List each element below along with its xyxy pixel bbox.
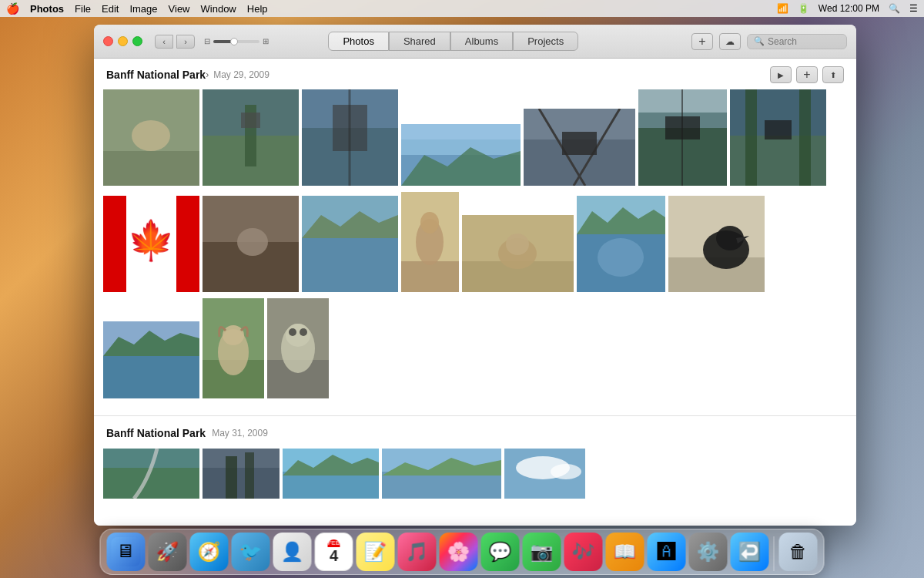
dock-launchpad[interactable]: 🚀: [149, 533, 187, 571]
dock-trash[interactable]: 🗑: [779, 533, 818, 571]
photo-lake-louise[interactable]: [302, 196, 398, 292]
dock-calendar[interactable]: FEB 4: [315, 533, 353, 571]
tab-photos[interactable]: Photos: [328, 32, 388, 51]
photo-canadian-flag[interactable]: 🍁: [103, 196, 199, 292]
dock-facetime[interactable]: 📷: [523, 533, 561, 571]
photo-dark-forest[interactable]: [203, 449, 280, 499]
photo-sky-clouds-svg: [504, 449, 585, 499]
search-bar[interactable]: 🔍: [747, 34, 847, 49]
tab-albums[interactable]: Albums: [450, 32, 513, 51]
photo-goat-svg: [103, 89, 199, 186]
svg-text:🍁: 🍁: [127, 217, 176, 264]
dock-itunes[interactable]: 🎵: [398, 533, 437, 571]
photo-mountain-pano-svg: [401, 124, 521, 186]
photo-black-crow[interactable]: [668, 196, 765, 292]
dock-photos[interactable]: 🌸: [440, 533, 478, 571]
menubar: 🍎 Photos File Edit Image View Window Hel…: [0, 0, 924, 17]
photo-gondola-trees[interactable]: [203, 89, 299, 186]
photo-mountain-goat-face[interactable]: [267, 298, 329, 398]
dock-notes[interactable]: 📝: [357, 533, 395, 571]
section-1-header: Banff National Park › May 29, 2009 ▶ + ⬆: [94, 59, 856, 88]
menubar-help[interactable]: Help: [247, 3, 268, 15]
photo-mountain-meadow[interactable]: [382, 449, 501, 499]
photo-winding-road[interactable]: [103, 449, 199, 499]
traffic-lights: [103, 36, 142, 46]
menubar-file[interactable]: File: [75, 3, 91, 15]
dock-safari[interactable]: 🧭: [190, 533, 229, 571]
photo-row-1-2: 🍁: [94, 190, 856, 294]
notification-icon[interactable]: ☰: [909, 3, 918, 14]
photo-squirrel[interactable]: [401, 192, 459, 292]
photo-mountain-panorama[interactable]: [401, 124, 521, 186]
forward-button[interactable]: ›: [176, 35, 195, 49]
menubar-edit[interactable]: Edit: [102, 3, 119, 15]
menubar-window[interactable]: Window: [201, 3, 236, 15]
photo-winding-road-svg: [103, 449, 199, 499]
icloud-button[interactable]: ☁: [719, 33, 741, 50]
photo-lake-mountains[interactable]: [103, 321, 199, 398]
svg-rect-42: [401, 261, 459, 292]
apple-menu[interactable]: 🍎: [6, 2, 19, 15]
dock-appstore[interactable]: 🅰: [648, 533, 686, 571]
dock-tweetbot[interactable]: 🐦: [232, 533, 270, 571]
menubar-image[interactable]: Image: [129, 3, 157, 15]
dock-music[interactable]: 🎶: [564, 533, 603, 571]
dock-finder[interactable]: 🖥: [107, 533, 146, 571]
svg-rect-62: [103, 356, 199, 398]
photo-snowy-gondola[interactable]: [638, 89, 727, 186]
svg-point-71: [289, 328, 296, 336]
slideshow-button[interactable]: ▶: [770, 66, 792, 83]
svg-rect-29: [765, 120, 792, 139]
dock-ibooks[interactable]: 📖: [606, 533, 644, 571]
svg-point-72: [300, 328, 307, 336]
photo-blue-sky-mtn[interactable]: [283, 449, 379, 499]
minimize-button[interactable]: [118, 36, 128, 46]
photo-squirrel-svg: [401, 192, 459, 292]
fullscreen-button[interactable]: [132, 36, 142, 46]
photo-rocky-animal[interactable]: [203, 196, 299, 292]
svg-rect-76: [203, 449, 280, 468]
photo-gondola-close[interactable]: [302, 89, 398, 186]
tab-projects[interactable]: Projects: [513, 32, 578, 51]
photo-goat-rocks[interactable]: [103, 89, 199, 186]
clock: Wed 12:00 PM: [819, 3, 879, 14]
section-add-button[interactable]: +: [796, 66, 818, 83]
add-button[interactable]: +: [691, 33, 713, 50]
menubar-left: 🍎 Photos File Edit Image View Window Hel…: [6, 2, 268, 15]
menubar-right: 📶 🔋 Wed 12:00 PM 🔍 ☰: [777, 3, 918, 14]
photo-cable-structure[interactable]: [524, 109, 635, 186]
photo-forest-gondola[interactable]: [730, 89, 826, 186]
search-input[interactable]: [768, 36, 840, 47]
content-area[interactable]: Banff National Park › May 29, 2009 ▶ + ⬆: [94, 59, 856, 526]
section-2-title[interactable]: Banff National Park: [106, 427, 206, 439]
dock-syspreferences[interactable]: ⚙️: [689, 533, 728, 571]
menubar-view[interactable]: View: [169, 3, 190, 15]
spotlight-icon[interactable]: 🔍: [889, 3, 900, 14]
share-button[interactable]: ⬆: [822, 66, 844, 83]
svg-rect-40: [302, 238, 398, 292]
photo-bighorn-sheep[interactable]: [203, 298, 264, 398]
back-button[interactable]: ‹: [155, 35, 173, 49]
section-1-title[interactable]: Banff National Park: [106, 69, 206, 81]
dock-migration[interactable]: ↩️: [731, 533, 769, 571]
photo-blue-sky-svg: [283, 449, 379, 499]
svg-rect-19: [562, 132, 597, 155]
svg-point-70: [286, 324, 310, 347]
photo-lake-mountains-svg: [103, 321, 199, 398]
menubar-app-name[interactable]: Photos: [30, 3, 64, 15]
photo-sky-clouds[interactable]: [504, 449, 585, 499]
section-2-header: Banff National Park May 31, 2009: [94, 415, 856, 444]
dock-messages[interactable]: 💬: [481, 533, 520, 571]
tab-shared[interactable]: Shared: [389, 32, 450, 51]
photo-goat-face-svg: [267, 298, 329, 398]
battery-icon: 🔋: [798, 3, 809, 14]
photo-flag-svg: 🍁: [103, 196, 199, 292]
photo-chipmunk[interactable]: [462, 215, 574, 292]
zoom-slider[interactable]: [213, 40, 259, 43]
photo-lake-reflection[interactable]: [577, 196, 665, 292]
dock-contacts[interactable]: 👤: [273, 533, 312, 571]
svg-rect-77: [226, 456, 237, 499]
close-button[interactable]: [103, 36, 113, 46]
svg-point-87: [551, 464, 581, 479]
svg-point-48: [506, 234, 529, 255]
